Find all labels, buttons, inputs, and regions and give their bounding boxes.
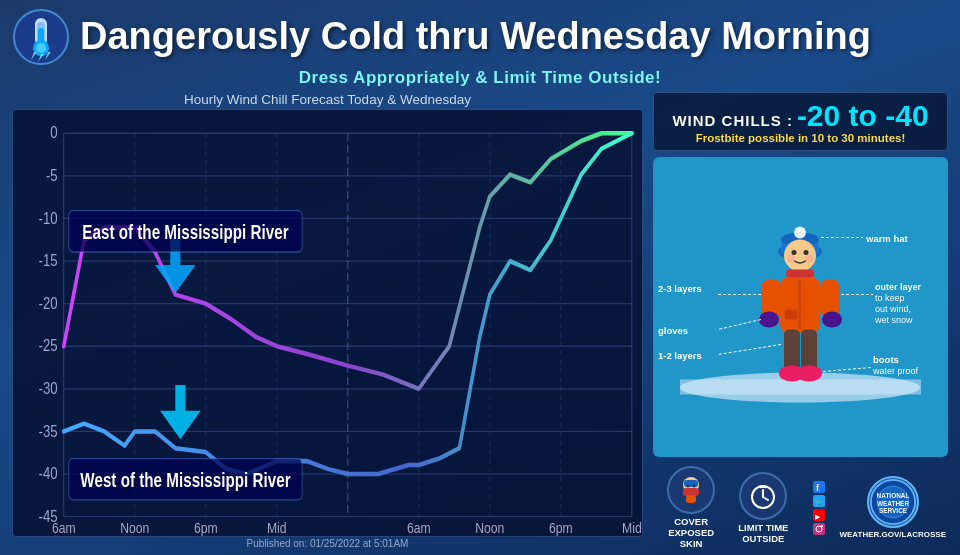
svg-point-100 [687,485,690,488]
svg-text:Mid: Mid [267,519,287,536]
svg-rect-75 [784,330,800,372]
svg-text:WEATHER: WEATHER [877,500,909,507]
svg-text:6pm: 6pm [194,519,218,536]
svg-text:Noon: Noon [120,519,149,536]
svg-point-72 [759,312,779,328]
svg-rect-98 [684,480,698,487]
wind-chills-label: WIND CHILLS : [672,112,792,129]
cover-skin-item: COVEREXPOSEDSKIN [655,466,727,549]
svg-text:warm hat: warm hat [865,233,909,244]
limit-time-label: LIMIT TIMEOUTSIDE [738,522,788,544]
nws-logo-item: NATIONAL WEATHER SERVICE weather.gov/lac… [839,476,946,539]
svg-point-5 [36,43,46,53]
website-label: weather.gov/lacrosse [839,530,946,539]
svg-text:water proof: water proof [872,366,919,376]
cover-skin-icon [667,466,715,514]
svg-text:0: 0 [50,123,57,142]
svg-point-61 [794,227,806,239]
svg-text:SERVICE: SERVICE [879,507,908,514]
svg-text:-25: -25 [39,336,58,355]
svg-rect-69 [798,280,801,330]
svg-point-118 [821,525,823,527]
header: Dangerously Cold thru Wednesday Morning [12,8,948,66]
svg-text:West of the Mississippi River: West of the Mississippi River [80,469,290,491]
twitter-icon: 🐦 [813,495,825,507]
svg-point-65 [787,255,795,263]
page-title: Dangerously Cold thru Wednesday Morning [80,16,871,58]
frostbite-text: Frostbite possible in 10 to 30 minutes! [664,132,937,144]
clothing-box: warm hat 2-3 layers outer layer to keep … [653,157,948,457]
svg-rect-116 [813,523,825,535]
svg-text:6pm: 6pm [549,519,573,536]
limit-time-item: LIMIT TIMEOUTSIDE [727,472,799,544]
chart-area: Hourly Wind Chill Forecast Today & Wedne… [12,92,643,549]
svg-point-64 [804,250,809,255]
nws-logo: NATIONAL WEATHER SERVICE [867,476,919,528]
svg-rect-99 [683,488,699,496]
content-row: Hourly Wind Chill Forecast Today & Wedne… [12,92,948,549]
facebook-icon: f [813,481,825,493]
chart-wrapper: 0 -5 -10 -15 -20 -25 -30 -35 -40 -45 6am… [12,109,643,537]
instagram-icon [813,523,825,535]
published-text: Published on: 01/25/2022 at 5:01AM [12,538,643,549]
svg-rect-57 [680,380,921,395]
svg-text:6am: 6am [52,519,76,536]
svg-point-63 [792,250,797,255]
svg-text:Mid: Mid [622,519,642,536]
svg-text:-5: -5 [46,165,58,184]
svg-text:🐦: 🐦 [814,497,824,507]
svg-text:gloves: gloves [658,325,688,336]
svg-text:NATIONAL: NATIONAL [876,492,909,499]
svg-text:East of the Mississippi River: East of the Mississippi River [82,221,288,243]
youtube-icon: ▶ [813,509,825,521]
svg-rect-107 [761,485,765,488]
svg-text:-35: -35 [39,421,58,440]
svg-text:-30: -30 [39,378,58,397]
svg-point-66 [805,255,813,263]
svg-text:outer layer: outer layer [875,282,922,292]
social-icons-group: f 🐦 ▶ [799,481,839,535]
svg-text:-40: -40 [39,464,58,483]
svg-text:boots: boots [873,354,899,365]
cover-skin-label: COVEREXPOSEDSKIN [668,516,714,549]
svg-text:Noon: Noon [475,519,504,536]
svg-rect-70 [785,310,797,320]
subtitle: Dress Appropriately & Limit Time Outside… [12,68,948,88]
svg-text:to keep: to keep [875,293,905,303]
chart-svg: 0 -5 -10 -15 -20 -25 -30 -35 -40 -45 6am… [13,110,642,536]
svg-text:1-2 layers: 1-2 layers [658,350,702,361]
wind-chills-box: WIND CHILLS : -20 to -40 Frostbite possi… [653,92,948,151]
svg-text:2-3 layers: 2-3 layers [658,283,702,294]
svg-rect-80 [796,368,821,376]
svg-text:out wind,: out wind, [875,304,911,314]
clothing-svg: warm hat 2-3 layers outer layer to keep … [653,157,948,457]
svg-rect-110 [813,481,825,493]
main-container: Dangerously Cold thru Wednesday Morning … [0,0,960,555]
svg-point-74 [822,312,842,328]
svg-rect-67 [786,270,814,278]
limit-time-icon [739,472,787,520]
svg-text:-10: -10 [39,208,58,227]
svg-text:-20: -20 [39,293,58,312]
svg-text:wet snow: wet snow [874,315,913,325]
right-panel: WIND CHILLS : -20 to -40 Frostbite possi… [653,92,948,549]
svg-text:-15: -15 [39,251,58,270]
svg-point-101 [693,485,696,488]
svg-rect-102 [686,495,696,503]
thermometer-icon [12,8,70,66]
svg-text:6am: 6am [407,519,431,536]
chart-title: Hourly Wind Chill Forecast Today & Wedne… [12,92,643,107]
wind-chills-value: -20 to -40 [797,99,929,132]
bottom-icons-row: COVEREXPOSEDSKIN [653,463,948,549]
svg-rect-76 [801,330,817,372]
